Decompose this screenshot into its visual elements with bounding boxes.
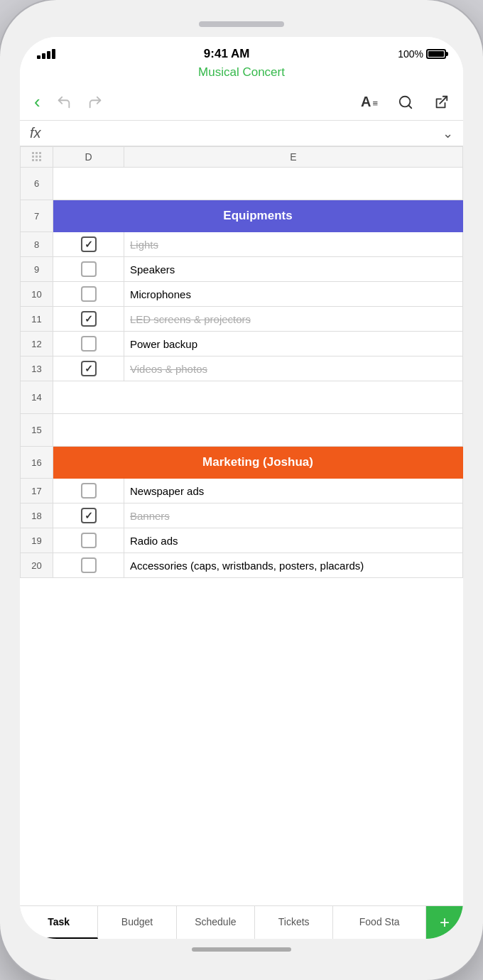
item-text: Newspaper ads [124,479,463,503]
phone-inner: 9:41 AM 100% Musical Concert ‹ [20,37,463,939]
item-text: Banners [124,503,463,528]
sheet-table: D E 67Equipments8✓Lights9Speakers10Micro… [20,146,463,578]
table-row: 19Radio ads [21,528,463,553]
table-row: 14 [21,381,463,414]
toolbar-right: A≡ [358,91,452,113]
row-number: 16 [21,447,53,479]
table-row: 16Marketing (Joshua) [21,447,463,479]
section-header: Marketing (Joshua) [53,447,463,479]
row-number: 14 [21,381,53,414]
empty-cell [53,168,463,200]
checkbox-unchecked[interactable] [81,261,97,277]
tab-tickets[interactable]: Tickets [255,906,333,939]
battery-indicator: 100% [398,48,446,60]
checkbox-unchecked[interactable] [81,336,97,352]
item-text: Accessories (caps, wristbands, posters, … [124,553,463,578]
corner-header [21,147,53,168]
table-row: 13✓Videos & photos [21,356,463,381]
table-row: 8✓Lights [21,232,463,257]
font-size-button[interactable]: A≡ [358,91,381,113]
row-number: 7 [21,200,53,232]
checkbox-cell[interactable] [53,332,124,356]
formula-chevron[interactable]: ⌄ [443,126,453,141]
table-row: 6 [21,168,463,200]
empty-cell [53,381,463,414]
row-number: 20 [21,553,53,578]
table-row: 9Speakers [21,257,463,282]
row-number: 18 [21,503,53,528]
checkbox-cell[interactable]: ✓ [53,307,124,332]
table-row: 17Newspaper ads [21,479,463,503]
status-bar: 9:41 AM 100% [20,37,463,64]
checkbox-unchecked[interactable] [81,286,97,302]
checkbox-cell[interactable] [53,528,124,553]
table-row: 7Equipments [21,200,463,232]
table-row: 18✓Banners [21,503,463,528]
item-text: Speakers [124,257,463,282]
notch-bar [199,21,284,27]
col-d-header: D [53,147,124,168]
search-button[interactable] [395,92,416,113]
checkbox-cell[interactable] [53,553,124,578]
item-text: LED screens & projectors [124,307,463,332]
undo-button[interactable] [53,92,75,113]
checkbox-unchecked[interactable] [81,533,97,548]
row-number: 13 [21,356,53,381]
status-time: 9:41 AM [204,47,250,61]
checkbox-cell[interactable]: ✓ [53,503,124,528]
row-number: 19 [21,528,53,553]
row-number: 11 [21,307,53,332]
checkbox-unchecked[interactable] [81,557,97,573]
item-text: Power backup [124,332,463,356]
checkbox-checked[interactable]: ✓ [81,311,97,327]
empty-cell [53,414,463,447]
row-number: 9 [21,257,53,282]
row-number: 17 [21,479,53,503]
tab-schedule[interactable]: Schedule [177,906,255,939]
checkbox-cell[interactable] [53,282,124,307]
app-title: Musical Concert [20,64,463,84]
row-number: 15 [21,414,53,447]
row-number: 10 [21,282,53,307]
row-number: 8 [21,232,53,257]
signal-icon [37,49,55,59]
bottom-tabs: Task Budget Schedule Tickets Food Sta + [20,905,463,939]
table-row: 15 [21,414,463,447]
row-number: 6 [21,168,53,200]
column-header-row: D E [21,147,463,168]
battery-icon [426,49,446,59]
checkbox-unchecked[interactable] [81,483,97,499]
tab-task[interactable]: Task [20,906,98,939]
add-tab-button[interactable]: + [426,906,463,939]
checkbox-checked[interactable]: ✓ [81,236,97,252]
checkbox-checked[interactable]: ✓ [81,361,97,376]
table-row: 10Microphones [21,282,463,307]
tab-budget[interactable]: Budget [98,906,176,939]
table-row: 12Power backup [21,332,463,356]
checkbox-cell[interactable]: ✓ [53,232,124,257]
toolbar: ‹ A≡ [20,84,463,121]
item-text: Radio ads [124,528,463,553]
checkbox-cell[interactable] [53,479,124,503]
item-text: Videos & photos [124,356,463,381]
battery-percent: 100% [398,48,423,60]
toolbar-left: ‹ [31,88,106,116]
redo-button[interactable] [85,92,106,113]
share-button[interactable] [430,92,452,113]
back-button[interactable]: ‹ [31,88,43,116]
checkbox-checked[interactable]: ✓ [81,508,97,523]
formula-bar: fx ⌄ [20,121,463,146]
svg-line-1 [408,105,411,108]
checkbox-cell[interactable] [53,257,124,282]
fx-label: fx [30,125,41,141]
tab-food-sta[interactable]: Food Sta [333,906,426,939]
phone-frame: 9:41 AM 100% Musical Concert ‹ [0,0,483,980]
item-text: Microphones [124,282,463,307]
row-number: 12 [21,332,53,356]
item-text: Lights [124,232,463,257]
col-e-header: E [124,147,463,168]
table-row: 11✓LED screens & projectors [21,307,463,332]
home-indicator [192,947,291,952]
spreadsheet: D E 67Equipments8✓Lights9Speakers10Micro… [20,146,463,905]
checkbox-cell[interactable]: ✓ [53,356,124,381]
